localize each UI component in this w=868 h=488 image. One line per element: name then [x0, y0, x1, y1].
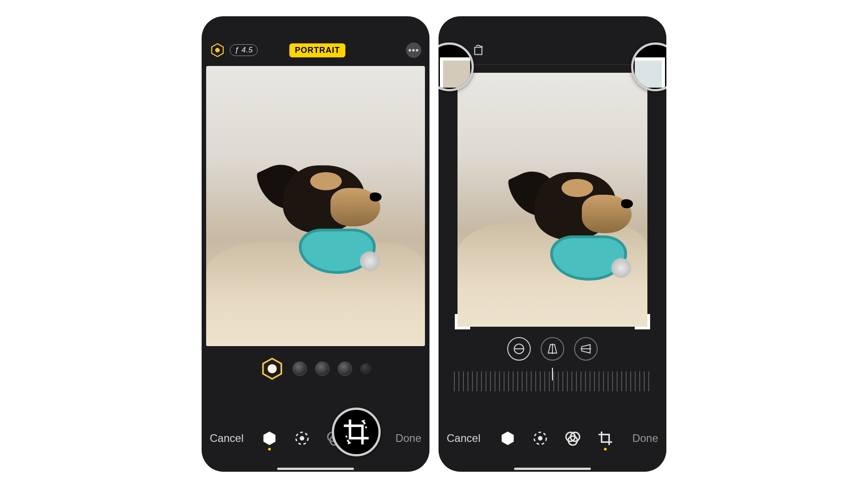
tutorial-callout-crop-button — [332, 408, 381, 456]
filters-tab[interactable] — [564, 429, 582, 447]
adjust-tab[interactable] — [531, 429, 549, 447]
straighten-button[interactable] — [507, 337, 531, 361]
svg-point-1 — [215, 48, 220, 52]
done-button[interactable]: Done — [632, 432, 658, 445]
lighting-style-natural-selected[interactable] — [260, 357, 284, 381]
svg-point-6 — [300, 436, 304, 441]
photo-content — [206, 66, 425, 346]
svg-marker-22 — [501, 432, 514, 445]
editor-bottom-bar: Cancel Done — [202, 411, 429, 465]
phone-screen-crop: Cancel Done — [439, 16, 666, 472]
portrait-lighting-styles[interactable] — [202, 351, 429, 387]
svg-marker-4 — [263, 432, 275, 445]
more-button[interactable]: ••• — [406, 42, 421, 58]
done-button[interactable]: Done — [396, 432, 421, 445]
lighting-style-option[interactable] — [315, 361, 330, 376]
horizontal-perspective-button[interactable] — [574, 337, 598, 361]
angle-dial[interactable] — [454, 371, 651, 391]
editor-top-bar: ƒ 4.5 PORTRAIT ••• — [202, 38, 429, 62]
rotate-icon[interactable] — [471, 42, 486, 57]
phone-screen-edit-portrait: ƒ 4.5 PORTRAIT ••• Cance — [202, 16, 429, 472]
photo-content — [458, 73, 647, 327]
adjust-tab[interactable] — [293, 429, 311, 447]
home-indicator[interactable] — [277, 468, 354, 470]
aperture-badge[interactable]: ƒ 4.5 — [230, 44, 258, 56]
cancel-button[interactable]: Cancel — [210, 432, 244, 445]
photo-canvas[interactable] — [206, 66, 425, 346]
home-indicator[interactable] — [514, 468, 591, 470]
portrait-lighting-icon[interactable] — [210, 42, 225, 58]
portrait-lighting-tab[interactable] — [260, 429, 278, 447]
crop-tab[interactable] — [596, 429, 614, 447]
active-indicator — [268, 448, 271, 450]
editor-bottom-bar: Cancel Done — [439, 411, 666, 465]
photo-mode-badge[interactable]: PORTRAIT — [289, 43, 345, 57]
cancel-button[interactable]: Cancel — [447, 432, 481, 445]
editor-tool-tabs — [499, 429, 614, 447]
crop-frame[interactable] — [458, 73, 647, 327]
svg-point-3 — [268, 364, 277, 373]
lighting-style-option[interactable] — [360, 363, 371, 374]
vertical-perspective-button[interactable] — [541, 337, 564, 361]
dial-center-mark — [552, 368, 553, 380]
ellipsis-icon: ••• — [408, 46, 419, 55]
svg-rect-12 — [475, 47, 482, 55]
divider — [444, 64, 661, 65]
portrait-lighting-tab[interactable] — [499, 429, 517, 447]
active-indicator — [604, 448, 607, 450]
lighting-style-option[interactable] — [292, 361, 307, 376]
svg-point-24 — [538, 436, 542, 441]
lighting-style-option[interactable] — [338, 361, 352, 376]
crop-adjust-modes — [439, 337, 666, 361]
